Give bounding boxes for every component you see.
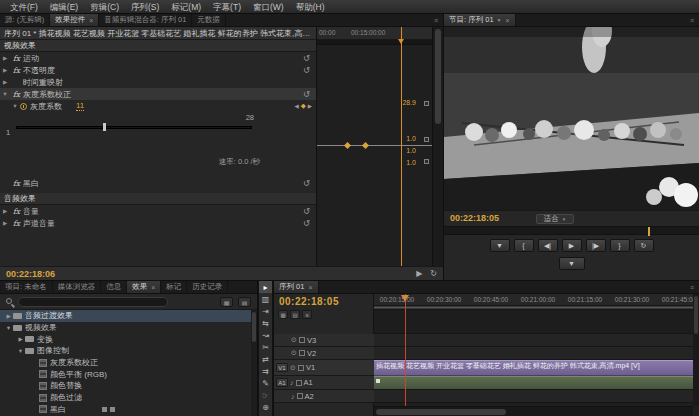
ripple-edit-tool[interactable]: ⇥ — [259, 305, 272, 317]
tree-item-image-control[interactable]: ▼ 图像控制 — [0, 345, 251, 357]
tab-effects[interactable]: 效果 × — [127, 281, 161, 293]
project-scrollbar[interactable] — [251, 310, 257, 416]
menu-window[interactable]: 窗口(W) — [247, 0, 290, 14]
stopwatch-icon[interactable] — [20, 103, 27, 110]
tree-item-color-balance-rgb[interactable]: 颜色平衡 (RGB) — [0, 368, 251, 380]
tree-item-audio-transitions[interactable]: ▶ 音频过渡效果 — [0, 310, 251, 322]
tab-sequence-01[interactable]: 序列 01 × — [274, 281, 319, 293]
set-marker-icon[interactable]: ▤ — [290, 310, 300, 319]
effect-timeline-zoombar[interactable] — [317, 40, 432, 45]
selection-tool[interactable]: ▸ — [259, 281, 272, 293]
track-header-v2[interactable]: ⊙ V2 — [274, 347, 374, 360]
track-select-tool[interactable]: ▥ — [259, 293, 272, 305]
program-scrubber[interactable] — [444, 226, 699, 235]
effect-row-time-remap[interactable]: ▶ 时间重映射 — [0, 76, 316, 88]
rate-stretch-tool[interactable]: ↝ — [259, 329, 272, 341]
timeline-timecode[interactable]: 00:22:18:05 — [279, 296, 339, 307]
track-header-a1[interactable]: A1 ♪ A1 — [274, 376, 374, 390]
effect-controls-scrollbar[interactable] — [432, 27, 443, 266]
track-a2[interactable] — [374, 390, 693, 403]
step-back-button[interactable]: ◀| — [538, 239, 558, 252]
param-row-gamma[interactable]: ▼ 灰度系数 11 ◀ ◆ ▶ — [0, 100, 316, 112]
reset-icon[interactable]: ↺ — [303, 65, 310, 75]
effect-row-opacity[interactable]: ▶ fx 不透明度 ↺ — [0, 64, 316, 76]
go-to-out-button[interactable]: } — [610, 239, 630, 252]
program-timecode[interactable]: 00:22:18:05 — [450, 213, 499, 223]
add-keyframe-icon[interactable]: ◆ — [301, 102, 306, 110]
gamma-slider-track[interactable] — [16, 126, 252, 129]
scrollbar-thumb[interactable] — [376, 409, 506, 415]
twirl-icon[interactable]: ▶ — [0, 55, 10, 61]
playhead-caret-icon[interactable] — [398, 39, 404, 47]
twirl-icon[interactable]: ▼ — [16, 348, 25, 354]
speaker-icon[interactable]: ♪ — [291, 393, 295, 400]
step-forward-button[interactable]: |▶ — [586, 239, 606, 252]
go-to-in-button[interactable]: { — [514, 239, 534, 252]
effect-timeline-ruler[interactable]: 00:00 00:15:00:00 — [317, 27, 432, 40]
tab-markers[interactable]: 标记 — [161, 281, 187, 293]
speaker-icon[interactable]: ♪ — [290, 379, 294, 386]
timeline-vertical-scrollbar[interactable] — [693, 294, 699, 406]
scrollbar-thumb[interactable] — [252, 312, 256, 342]
keyframe-box-icon[interactable] — [424, 101, 429, 106]
new-custom-bin-icon[interactable]: ▤ — [238, 297, 251, 307]
tab-media-browser[interactable]: 媒体浏览器 — [53, 281, 102, 293]
keyframe-box-icon[interactable] — [424, 137, 429, 142]
loop-button[interactable]: ↻ — [634, 239, 654, 252]
effect-row-black-white[interactable]: fx 黑白 ↺ — [0, 177, 316, 189]
effect-row-motion[interactable]: ▶ fx 运动 ↺ — [0, 52, 316, 64]
close-icon[interactable]: × — [89, 17, 93, 24]
effect-controls-timeline[interactable]: 00:00 00:15:00:00 28.9 1.0 1.0 1.0 — [316, 27, 432, 266]
panel-menu-icon[interactable]: ≡ — [429, 14, 443, 26]
twirl-icon[interactable]: ▼ — [0, 91, 10, 97]
close-icon[interactable]: × — [151, 284, 155, 291]
more-options-button[interactable]: ▼ — [559, 257, 585, 270]
tree-item-transform[interactable]: ▶ 变换 — [0, 333, 251, 345]
play-icon[interactable]: ▶ — [416, 269, 422, 278]
tab-metadata[interactable]: 元数据 — [192, 14, 226, 26]
reset-icon[interactable]: ↺ — [303, 218, 310, 228]
play-button[interactable]: ▶ — [562, 239, 582, 252]
panel-menu-icon[interactable]: ≡ — [685, 281, 699, 293]
tab-project[interactable]: 项目: 未命名 — [0, 281, 53, 293]
playhead-head-icon[interactable] — [401, 295, 409, 306]
effect-row-volume[interactable]: ▶ fx 音量 ↺ — [0, 205, 316, 217]
menu-file[interactable]: 文件(F) — [4, 0, 44, 14]
effect-controls-timecode[interactable]: 00:22:18:06 — [6, 269, 55, 279]
track-header-a2[interactable]: ♪ A2 — [274, 390, 374, 403]
track-v2[interactable] — [374, 347, 693, 360]
menu-marker[interactable]: 标记(M) — [165, 0, 207, 14]
param-value[interactable]: 11 — [76, 101, 84, 111]
close-icon[interactable]: × — [308, 284, 312, 291]
scrubber-playhead[interactable] — [648, 227, 650, 236]
tree-item-video-effects[interactable]: ▼ 视频效果 — [0, 322, 251, 334]
pen-tool[interactable]: ✎ — [259, 377, 272, 389]
tab-program-monitor[interactable]: 节目: 序列 01 ▼ × — [444, 14, 516, 26]
scrollbar-thumb[interactable] — [694, 296, 698, 334]
reset-icon[interactable]: ↺ — [303, 89, 310, 99]
settings-menu-icon[interactable]: ≡ — [302, 310, 312, 319]
scrollbar-thumb[interactable] — [435, 29, 441, 124]
effect-row-channel-volume[interactable]: ▶ fx 声道音量 ↺ — [0, 217, 316, 229]
keyframe-box-icon[interactable] — [424, 159, 429, 164]
track-lock-icon[interactable] — [297, 393, 303, 399]
reset-icon[interactable]: ↺ — [303, 178, 310, 188]
prev-keyframe-icon[interactable]: ◀ — [295, 103, 299, 109]
menu-help[interactable]: 帮助(H) — [290, 0, 331, 14]
toggle-track-output-icon[interactable]: ⊙ — [291, 349, 297, 357]
timeline-horizontal-scrollbar[interactable] — [374, 406, 693, 416]
track-header-v1[interactable]: V1 ⊙ V1 — [274, 360, 374, 376]
search-input[interactable] — [18, 297, 168, 307]
panel-menu-icon[interactable]: ≡ — [685, 14, 699, 26]
menu-clip[interactable]: 剪辑(C) — [84, 0, 125, 14]
menu-sequence[interactable]: 序列(S) — [125, 0, 165, 14]
hand-tool[interactable]: ☞ — [259, 389, 272, 401]
zoom-tool[interactable]: ⊕ — [259, 401, 272, 413]
tree-item-color-replace[interactable]: 颜色替换 — [0, 380, 251, 392]
twirl-icon[interactable]: ▶ — [4, 313, 13, 319]
toggle-track-output-icon[interactable]: ⊙ — [291, 336, 297, 344]
tab-info[interactable]: 信息 — [101, 281, 127, 293]
track-header-v3[interactable]: ⊙ V3 — [274, 334, 374, 347]
keyframe-diamond-icon[interactable] — [362, 142, 369, 149]
tab-audio-mixer[interactable]: 音频剪辑混合器: 序列 01 — [99, 14, 192, 26]
